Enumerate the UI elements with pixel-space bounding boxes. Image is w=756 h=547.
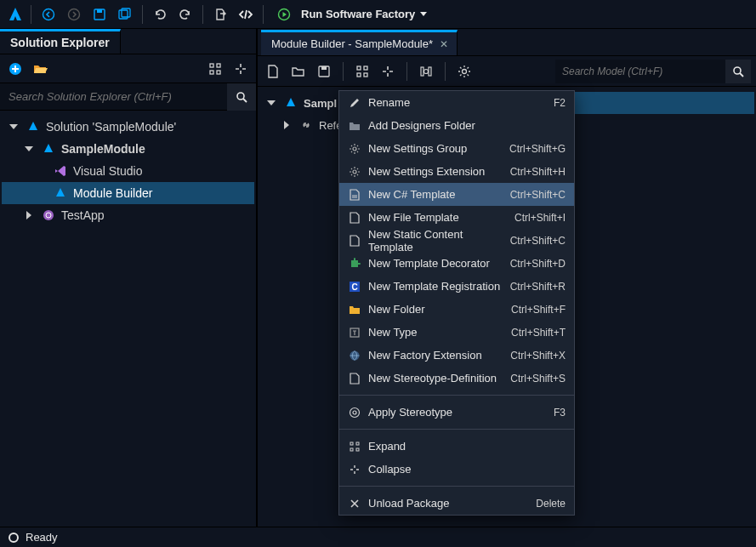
- save-button[interactable]: [88, 3, 111, 26]
- tree-label: TestApp: [61, 208, 105, 222]
- open-button[interactable]: [288, 61, 309, 82]
- menu-item-label: Add Designers Folder: [368, 119, 559, 132]
- close-icon: [348, 497, 361, 510]
- model-search-button[interactable]: [725, 60, 751, 83]
- menu-item[interactable]: RenameF2: [339, 91, 574, 114]
- menu-item[interactable]: New Stereotype-DefinitionCtrl+Shift+S: [339, 367, 574, 390]
- chevron-down-icon: [420, 12, 427, 16]
- svg-point-27: [353, 170, 356, 174]
- menu-item[interactable]: New Settings GroupCtrl+Shift+G: [339, 137, 574, 160]
- status-text: Ready: [26, 531, 58, 544]
- code-button[interactable]: [234, 3, 258, 26]
- svg-rect-10: [210, 71, 213, 74]
- svg-rect-9: [217, 64, 220, 67]
- menu-item-shortcut: Ctrl+Shift+H: [510, 166, 566, 178]
- menu-item-label: New Settings Group: [368, 142, 503, 155]
- menu-item-shortcut: Ctrl+Shift+C: [510, 189, 566, 201]
- module-icon: [283, 95, 298, 111]
- context-menu: RenameF2Add Designers FolderNew Settings…: [338, 90, 575, 516]
- menu-item[interactable]: Add Designers Folder: [339, 114, 574, 137]
- menu-item[interactable]: New Factory ExtensionCtrl+Shift+X: [339, 344, 574, 367]
- save-doc-button[interactable]: [314, 61, 334, 82]
- menu-item-unload[interactable]: Unload PackageDelete: [339, 492, 574, 515]
- folder-yellow-icon: [348, 303, 361, 316]
- menu-item-expand[interactable]: Expand: [339, 435, 574, 458]
- menu-item-shortcut: F2: [554, 97, 566, 109]
- tree-row-solution[interactable]: Solution 'SampleModule': [2, 116, 254, 138]
- svg-rect-37: [356, 448, 359, 451]
- svg-rect-34: [350, 442, 353, 445]
- svg-rect-21: [421, 67, 423, 76]
- settings-button[interactable]: [454, 61, 475, 82]
- expand-button[interactable]: [352, 61, 372, 82]
- menu-item-shortcut: Ctrl+Shift+T: [511, 327, 566, 339]
- menu-item[interactable]: New Settings ExtensionCtrl+Shift+H: [339, 160, 574, 183]
- redo-button[interactable]: [173, 3, 197, 26]
- menu-item[interactable]: New Static Content TemplateCtrl+Shift+C: [339, 229, 574, 252]
- svg-point-33: [353, 411, 356, 414]
- menu-item-label: New Template Registration: [368, 280, 503, 293]
- menu-item-label: New Template Decorator: [368, 257, 503, 270]
- svg-rect-17: [357, 66, 361, 70]
- menu-item-label: New Static Content Template: [368, 228, 503, 254]
- file-icon: [348, 372, 361, 385]
- undo-button[interactable]: [148, 3, 172, 26]
- forward-button[interactable]: [62, 3, 86, 26]
- menu-item-shortcut: Ctrl+Shift+G: [509, 143, 566, 155]
- model-search: [555, 60, 751, 83]
- close-icon[interactable]: ✕: [440, 38, 448, 50]
- svg-point-24: [463, 69, 467, 73]
- menu-item-label: Expand: [368, 440, 559, 453]
- menu-item[interactable]: New Template DecoratorCtrl+Shift+D: [339, 252, 574, 275]
- solution-search-input[interactable]: [0, 90, 227, 103]
- menu-item[interactable]: New FolderCtrl+Shift+F: [339, 298, 574, 321]
- save-all-button[interactable]: [113, 3, 137, 26]
- menu-item-label: Rename: [368, 96, 547, 109]
- solution-search-button[interactable]: [227, 83, 256, 111]
- svg-rect-3: [97, 9, 102, 13]
- menu-item-label: Apply Stereotype: [368, 406, 547, 419]
- tree-row-module-builder[interactable]: Module Builder: [2, 182, 254, 204]
- collapse-button[interactable]: [378, 61, 398, 82]
- puzzle-icon: [348, 257, 361, 271]
- svg-point-23: [424, 69, 429, 73]
- editor-tab[interactable]: Module Builder - SampleModule* ✕: [261, 30, 458, 55]
- collapse-all-button[interactable]: [230, 59, 251, 79]
- c-box-icon: C: [348, 280, 361, 293]
- menu-item-label: New C# Template: [368, 188, 503, 201]
- model-search-input[interactable]: [555, 66, 725, 77]
- tree-row-vs[interactable]: Visual Studio: [2, 160, 254, 182]
- type-icon: [348, 326, 361, 339]
- chevron-right-icon: [26, 211, 31, 219]
- find-button[interactable]: [416, 61, 436, 82]
- open-folder-button[interactable]: [31, 59, 51, 79]
- menu-item-shortcut: Delete: [536, 498, 566, 510]
- expand-all-button[interactable]: [205, 59, 225, 79]
- run-button[interactable]: Run Software Factory: [272, 3, 427, 26]
- new-file-button[interactable]: [263, 61, 283, 82]
- tree-label: Module Builder: [73, 186, 152, 200]
- menu-item[interactable]: New File TemplateCtrl+Shift+I: [339, 206, 574, 229]
- menu-item[interactable]: CNew Template RegistrationCtrl+Shift+R: [339, 275, 574, 298]
- top-toolbar: Run Software Factory: [0, 0, 756, 29]
- tab-title: Module Builder - SampleModule*: [271, 37, 433, 50]
- tree-row-project[interactable]: SampleModule: [2, 138, 254, 160]
- menu-item-shortcut: F3: [554, 407, 566, 419]
- menu-item-collapse[interactable]: Collapse: [339, 458, 574, 481]
- solution-tree: Solution 'SampleModule' SampleModule Vis…: [0, 111, 256, 527]
- back-button[interactable]: [37, 3, 60, 26]
- svg-rect-20: [364, 73, 367, 77]
- menu-item[interactable]: New C# TemplateCtrl+Shift+C: [339, 183, 574, 206]
- chevron-down-icon: [267, 100, 276, 105]
- menu-item-apply-stereotype[interactable]: Apply StereotypeF3: [339, 401, 574, 424]
- svg-rect-8: [210, 64, 213, 67]
- tree-row-testapp[interactable]: TestApp: [2, 204, 254, 226]
- add-button[interactable]: [5, 59, 26, 79]
- menu-item-shortcut: Ctrl+Shift+C: [510, 235, 566, 247]
- menu-item-label: New Factory Extension: [368, 349, 503, 362]
- menu-item-shortcut: Ctrl+Shift+D: [510, 258, 566, 270]
- export-button[interactable]: [208, 3, 232, 26]
- svg-point-13: [43, 210, 54, 220]
- menu-item-label: New Settings Extension: [368, 165, 503, 178]
- menu-item[interactable]: New TypeCtrl+Shift+T: [339, 321, 574, 344]
